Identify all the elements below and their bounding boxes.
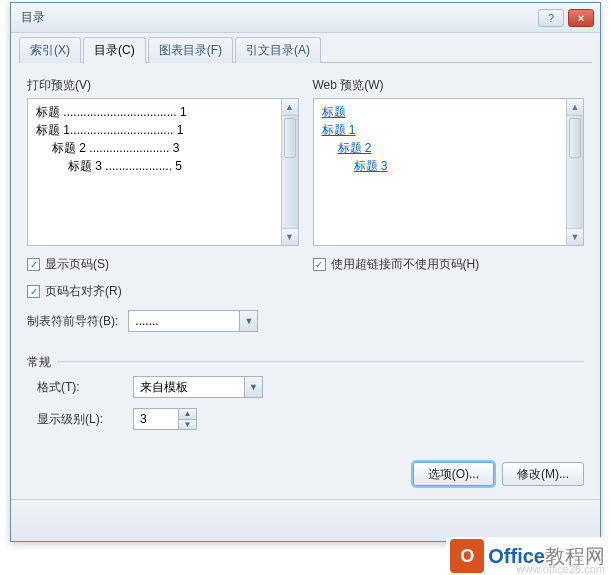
watermark-badge-icon: O (450, 539, 484, 573)
web-link[interactable]: 标题 3 (354, 157, 388, 175)
web-preview-content: 标题 标题 1 标题 2 标题 3 (314, 99, 567, 245)
scroll-down-button[interactable]: ▼ (567, 228, 583, 245)
web-link[interactable]: 标题 1 (322, 121, 356, 139)
format-label: 格式(T): (27, 379, 123, 396)
toc-dialog: 目录 ? × 索引(X) 目录(C) 图表目录(F) 引文目录(A) 打印预览(… (10, 2, 601, 542)
scroll-thumb[interactable] (284, 118, 296, 158)
action-buttons: 选项(O)... 修改(M)... (11, 462, 600, 486)
web-preview-box: 标题 标题 1 标题 2 标题 3 ▲ ▼ (313, 98, 585, 246)
general-legend: 常规 (27, 354, 57, 371)
toc-line: 标题 .................................. 1 (36, 103, 273, 121)
footer-bar (11, 499, 600, 541)
combo-value: ....... (129, 314, 239, 328)
tab-leader-label: 制表符前导符(B): (27, 313, 118, 330)
show-levels-label: 显示级别(L): (27, 411, 123, 428)
print-preview-content: 标题 .................................. 1 … (28, 99, 281, 245)
general-fieldset: 常规 格式(T): 来自模板 ▼ 显示级别(L): 3 ▲ ▼ (27, 354, 584, 430)
checkbox-label: 显示页码(S) (45, 256, 109, 273)
chevron-down-icon: ▼ (239, 311, 257, 331)
combo-value: 来自模板 (134, 379, 244, 396)
checkbox-icon (27, 258, 40, 271)
format-combo[interactable]: 来自模板 ▼ (133, 376, 263, 398)
web-link[interactable]: 标题 2 (338, 139, 372, 157)
format-field: 格式(T): 来自模板 ▼ (27, 376, 584, 398)
print-preview-box: 标题 .................................. 1 … (27, 98, 299, 246)
scroll-track[interactable] (567, 116, 583, 228)
checkbox-label: 页码右对齐(R) (45, 283, 122, 300)
modify-button[interactable]: 修改(M)... (502, 462, 584, 486)
checkbox-icon (27, 285, 40, 298)
titlebar: 目录 ? × (11, 3, 600, 33)
tab-body: 打印预览(V) 标题 .............................… (11, 63, 600, 444)
checkbox-label: 使用超链接而不使用页码(H) (331, 256, 480, 273)
tab-figures[interactable]: 图表目录(F) (148, 37, 233, 63)
spinner-value: 3 (134, 409, 178, 429)
scroll-up-button[interactable]: ▲ (567, 99, 583, 116)
checkbox-icon (313, 258, 326, 271)
toc-line: 标题 1............................... 1 (36, 121, 273, 139)
spinner-up-icon[interactable]: ▲ (179, 409, 196, 420)
scroll-down-button[interactable]: ▼ (282, 228, 298, 245)
web-link[interactable]: 标题 (322, 103, 346, 121)
scrollbar[interactable]: ▲ ▼ (281, 99, 298, 245)
tab-index[interactable]: 索引(X) (19, 37, 81, 63)
tabstrip: 索引(X) 目录(C) 图表目录(F) 引文目录(A) (11, 33, 600, 63)
scroll-up-button[interactable]: ▲ (282, 99, 298, 116)
toc-line: 标题 2 ........................ 3 (36, 139, 273, 157)
spinner-down-icon[interactable]: ▼ (179, 420, 196, 430)
show-page-numbers-checkbox[interactable]: 显示页码(S) (27, 256, 299, 273)
use-hyperlinks-checkbox[interactable]: 使用超链接而不使用页码(H) (313, 256, 585, 273)
dialog-title: 目录 (21, 9, 534, 26)
options-button[interactable]: 选项(O)... (413, 462, 494, 486)
close-button[interactable]: × (568, 9, 594, 27)
toc-line: 标题 3 .................... 5 (36, 157, 273, 175)
tab-leader-field: 制表符前导符(B): ....... ▼ (27, 310, 299, 332)
chevron-down-icon: ▼ (244, 377, 262, 397)
help-button[interactable]: ? (538, 9, 564, 27)
scroll-track[interactable] (282, 116, 298, 228)
scrollbar[interactable]: ▲ ▼ (566, 99, 583, 245)
show-levels-spinner[interactable]: 3 ▲ ▼ (133, 408, 197, 430)
right-align-checkbox[interactable]: 页码右对齐(R) (27, 283, 299, 300)
web-preview-label: Web 预览(W) (313, 77, 585, 94)
web-preview-column: Web 预览(W) 标题 标题 1 标题 2 标题 3 ▲ ▼ (313, 77, 585, 332)
watermark-url: www.office26.com (517, 563, 605, 575)
scroll-thumb[interactable] (569, 118, 581, 158)
tab-toc[interactable]: 目录(C) (83, 37, 146, 64)
tab-authorities[interactable]: 引文目录(A) (235, 37, 321, 63)
show-levels-field: 显示级别(L): 3 ▲ ▼ (27, 408, 584, 430)
print-preview-label: 打印预览(V) (27, 77, 299, 94)
tab-leader-combo[interactable]: ....... ▼ (128, 310, 258, 332)
print-preview-column: 打印预览(V) 标题 .............................… (27, 77, 299, 332)
